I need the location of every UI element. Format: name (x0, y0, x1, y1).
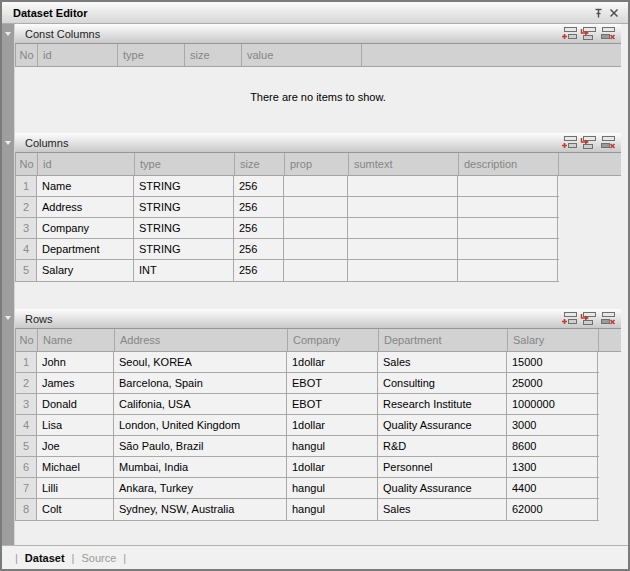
table-cell[interactable] (284, 239, 348, 259)
table-cell[interactable]: EBOT (287, 373, 378, 393)
table-cell[interactable] (458, 260, 558, 281)
table-cell[interactable]: 25000 (507, 373, 598, 393)
table-cell[interactable]: Joe (37, 436, 114, 456)
table-row[interactable]: 2AddressSTRING256 (15, 197, 559, 218)
row-number-cell[interactable]: 1 (15, 176, 37, 196)
row-number-cell[interactable]: 5 (15, 436, 37, 456)
table-cell[interactable]: Name (37, 176, 134, 196)
add-row-icon[interactable] (560, 26, 579, 42)
header-cell[interactable]: Name (38, 329, 115, 351)
table-cell[interactable]: 4400 (507, 478, 598, 498)
row-number-cell[interactable]: 1 (15, 352, 37, 372)
row-number-cell[interactable]: 6 (15, 457, 37, 477)
table-cell[interactable]: Salary (37, 260, 134, 281)
table-cell[interactable]: Ankara, Turkey (114, 478, 287, 498)
pin-icon[interactable] (590, 5, 606, 21)
table-cell[interactable]: 15000 (507, 352, 598, 372)
table-cell[interactable]: John (37, 352, 114, 372)
table-cell[interactable]: 1300 (507, 457, 598, 477)
table-cell[interactable] (348, 197, 458, 217)
close-icon[interactable] (606, 5, 622, 21)
header-cell[interactable]: id (38, 153, 135, 175)
table-cell[interactable]: STRING (134, 176, 234, 196)
table-cell[interactable]: 8600 (507, 436, 598, 456)
header-cell[interactable]: type (135, 153, 235, 175)
row-number-cell[interactable]: 5 (15, 260, 37, 281)
delete-row-icon[interactable] (598, 135, 617, 151)
table-cell[interactable]: 256 (234, 260, 284, 281)
table-row[interactable]: 1NameSTRING256 (15, 176, 559, 197)
table-cell[interactable]: 3000 (507, 415, 598, 435)
table-row[interactable]: 2JamesBarcelona, SpainEBOTConsulting2500… (15, 373, 599, 394)
table-cell[interactable] (284, 218, 348, 238)
table-cell[interactable] (348, 218, 458, 238)
header-cell[interactable]: id (38, 44, 118, 66)
table-cell[interactable]: R&D (378, 436, 507, 456)
header-cell[interactable]: sumtext (349, 153, 459, 175)
table-row[interactable]: 3DonaldCalifonia, USAEBOTResearch Instit… (15, 394, 599, 415)
tab-source[interactable]: Source (81, 552, 116, 564)
header-cell[interactable]: Department (379, 329, 508, 351)
table-cell[interactable]: hangul (287, 478, 378, 498)
table-cell[interactable]: hangul (287, 436, 378, 456)
table-cell[interactable]: Company (37, 218, 134, 238)
table-cell[interactable]: Quality Assurance (378, 415, 507, 435)
header-cell[interactable]: description (459, 153, 559, 175)
table-cell[interactable]: Lilli (37, 478, 114, 498)
table-cell[interactable]: 256 (234, 239, 284, 259)
table-cell[interactable]: 256 (234, 176, 284, 196)
add-row-icon[interactable] (560, 311, 579, 327)
insert-row-icon[interactable] (579, 135, 598, 151)
table-cell[interactable]: London, United Kingdom (114, 415, 287, 435)
table-cell[interactable]: James (37, 373, 114, 393)
row-number-cell[interactable]: 4 (15, 239, 37, 259)
collapse-arrow-icon[interactable] (5, 141, 11, 145)
table-cell[interactable] (284, 260, 348, 281)
table-row[interactable]: 8ColtSydney, NSW, AustraliahangulSales62… (15, 499, 599, 520)
table-cell[interactable] (458, 239, 558, 259)
table-cell[interactable]: Personnel (378, 457, 507, 477)
table-cell[interactable]: São Paulo, Brazil (114, 436, 287, 456)
row-number-cell[interactable]: 2 (15, 197, 37, 217)
table-cell[interactable]: Michael (37, 457, 114, 477)
header-cell[interactable]: No (16, 329, 38, 351)
header-cell[interactable]: Address (115, 329, 288, 351)
table-cell[interactable]: EBOT (287, 394, 378, 414)
collapse-arrow-icon[interactable] (5, 32, 11, 36)
delete-row-icon[interactable] (598, 311, 617, 327)
table-cell[interactable]: STRING (134, 218, 234, 238)
table-cell[interactable]: Colt (37, 499, 114, 520)
table-row[interactable]: 1JohnSeoul, KOREA1dollarSales15000 (15, 352, 599, 373)
table-cell[interactable]: Sydney, NSW, Australia (114, 499, 287, 520)
section-bar-rows[interactable]: Rows (15, 309, 621, 329)
header-cell[interactable]: size (235, 153, 285, 175)
table-row[interactable]: 4LisaLondon, United Kingdom1dollarQualit… (15, 415, 599, 436)
table-cell[interactable]: Sales (378, 499, 507, 520)
row-number-cell[interactable]: 3 (15, 394, 37, 414)
table-cell[interactable]: INT (134, 260, 234, 281)
table-cell[interactable]: 1000000 (507, 394, 598, 414)
table-row[interactable]: 5JoeSão Paulo, BrazilhangulR&D8600 (15, 436, 599, 457)
table-cell[interactable]: Mumbai, India (114, 457, 287, 477)
table-cell[interactable]: STRING (134, 197, 234, 217)
row-number-cell[interactable]: 2 (15, 373, 37, 393)
table-cell[interactable] (284, 176, 348, 196)
table-cell[interactable] (458, 197, 558, 217)
table-cell[interactable]: Department (37, 239, 134, 259)
table-cell[interactable]: 1dollar (287, 352, 378, 372)
table-cell[interactable]: STRING (134, 239, 234, 259)
row-number-cell[interactable]: 8 (15, 499, 37, 520)
row-number-cell[interactable]: 3 (15, 218, 37, 238)
tab-dataset[interactable]: Dataset (25, 552, 65, 564)
table-cell[interactable] (458, 176, 558, 196)
table-cell[interactable]: Consulting (378, 373, 507, 393)
table-cell[interactable] (458, 218, 558, 238)
section-bar-const-columns[interactable]: Const Columns (15, 24, 621, 44)
row-number-cell[interactable]: 7 (15, 478, 37, 498)
header-cell[interactable]: type (118, 44, 185, 66)
row-number-cell[interactable]: 4 (15, 415, 37, 435)
table-cell[interactable]: Sales (378, 352, 507, 372)
header-cell[interactable]: Salary (508, 329, 599, 351)
table-cell[interactable]: Donald (37, 394, 114, 414)
table-cell[interactable]: 256 (234, 197, 284, 217)
